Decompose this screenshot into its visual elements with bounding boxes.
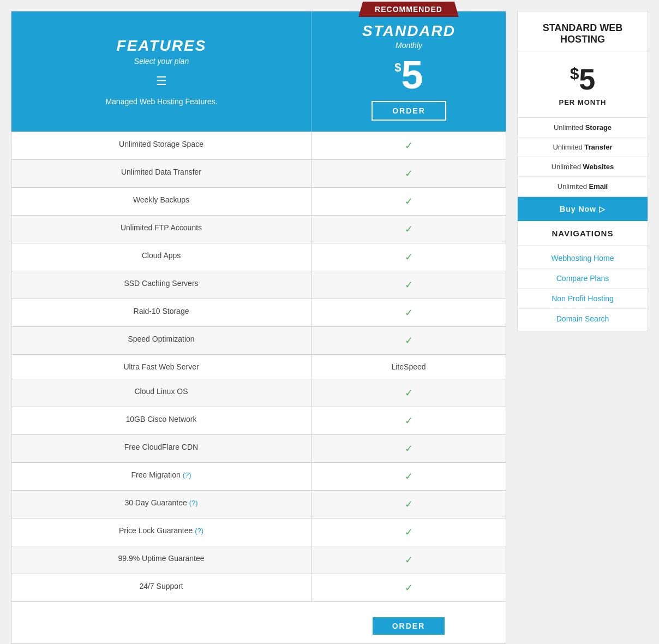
recommended-badge-container: RECOMMENDED xyxy=(311,2,506,17)
table-row: 99.9% Uptime Guarantee ✓ xyxy=(11,546,506,574)
sidebar-price-amount: 5 xyxy=(579,63,595,96)
feature-value: ✓ xyxy=(311,299,506,326)
feature-label: Speed Optimization xyxy=(11,327,311,354)
sidebar-feature-item: Unlimited Websites xyxy=(518,157,648,177)
header-features: FEATURES Select your plan ☰ Managed Web … xyxy=(11,11,311,132)
feature-label: 99.9% Uptime Guarantee xyxy=(11,546,311,574)
feature-label: Unlimited Data Transfer xyxy=(11,160,311,187)
header-standard: STANDARD Monthly $ 5 ORDER xyxy=(311,11,506,132)
sidebar-nav-item[interactable]: Compare Plans xyxy=(518,269,648,289)
last-row: ORDER xyxy=(11,601,506,643)
check-icon: ✓ xyxy=(405,140,413,151)
feature-value: ✓ xyxy=(311,463,506,490)
tooltip-link[interactable]: (?) xyxy=(183,471,191,479)
table-row: Unlimited Data Transfer ✓ xyxy=(11,159,506,187)
check-icon: ✓ xyxy=(405,196,413,207)
table-row: 10GB Cisco Network ✓ xyxy=(11,407,506,434)
features-title: FEATURES xyxy=(117,37,207,55)
features-icon: ☰ xyxy=(156,74,167,88)
feature-label: Raid-10 Storage xyxy=(11,299,311,326)
table-row: Free CloudFlare CDN ✓ xyxy=(11,434,506,462)
feature-label: 30 Day Guarantee (?) xyxy=(11,491,311,518)
feature-rows-container: Unlimited Storage Space ✓ Unlimited Data… xyxy=(11,132,506,601)
feature-text-value: LiteSpeed xyxy=(391,362,426,371)
table-row: Unlimited Storage Space ✓ xyxy=(11,132,506,159)
sidebar-nav-title: NAVIGATIONS xyxy=(518,221,648,246)
price-amount: 5 xyxy=(402,55,423,94)
feature-label: Unlimited Storage Space xyxy=(11,132,311,159)
recommended-badge: RECOMMENDED xyxy=(358,2,459,17)
table-row: 30 Day Guarantee (?) ✓ xyxy=(11,490,506,518)
feature-value: ✓ xyxy=(311,271,506,299)
table-row: Price Lock Guarantee (?) ✓ xyxy=(11,518,506,546)
sidebar-feature-item: Unlimited Transfer xyxy=(518,138,648,157)
check-icon: ✓ xyxy=(405,387,413,398)
check-icon: ✓ xyxy=(405,443,413,454)
last-row-value-cell: ORDER xyxy=(311,602,506,643)
feature-value: ✓ xyxy=(311,518,506,546)
table-header: FEATURES Select your plan ☰ Managed Web … xyxy=(11,11,506,132)
sidebar-per-month: PER MONTH xyxy=(529,98,637,106)
tooltip-link[interactable]: (?) xyxy=(189,499,198,507)
feature-value: ✓ xyxy=(311,243,506,271)
check-icon: ✓ xyxy=(405,224,413,235)
feature-value: ✓ xyxy=(311,132,506,159)
sidebar-feature-item: Unlimited Email xyxy=(518,177,648,196)
sidebar-feature-bold: Storage xyxy=(585,123,612,132)
check-icon: ✓ xyxy=(405,415,413,426)
feature-label: Free CloudFlare CDN xyxy=(11,435,311,462)
feature-value: ✓ xyxy=(311,574,506,601)
features-desc: Managed Web Hosting Features. xyxy=(105,97,217,106)
last-row-features-cell xyxy=(11,602,311,643)
standard-period: Monthly xyxy=(396,41,422,50)
tooltip-link[interactable]: (?) xyxy=(195,527,203,535)
feature-value: ✓ xyxy=(311,435,506,462)
feature-label: SSD Caching Servers xyxy=(11,271,311,299)
feature-label: Weekly Backups xyxy=(11,188,311,215)
table-row: Unlimited FTP Accounts ✓ xyxy=(11,215,506,243)
order-button-top[interactable]: ORDER xyxy=(372,101,446,121)
table-row: Ultra Fast Web Server LiteSpeed xyxy=(11,354,506,379)
table-row: SSD Caching Servers ✓ xyxy=(11,271,506,299)
table-row: Cloud Apps ✓ xyxy=(11,243,506,271)
sidebar-buy-button[interactable]: Buy Now ▷ xyxy=(518,197,648,221)
price-symbol: $ xyxy=(394,61,401,75)
check-icon: ✓ xyxy=(405,279,413,290)
main-table: RECOMMENDED FEATURES Select your plan ☰ … xyxy=(11,11,506,644)
feature-value: ✓ xyxy=(311,407,506,434)
feature-value: ✓ xyxy=(311,491,506,518)
check-icon: ✓ xyxy=(405,168,413,179)
check-icon: ✓ xyxy=(405,252,413,263)
feature-label: 24/7 Support xyxy=(11,574,311,601)
sidebar-feature-bold: Websites xyxy=(583,163,614,171)
feature-label: 10GB Cisco Network xyxy=(11,407,311,434)
sidebar-nav-item[interactable]: Domain Search xyxy=(518,309,648,329)
check-icon: ✓ xyxy=(405,582,413,593)
table-row: 24/7 Support ✓ xyxy=(11,574,506,601)
feature-label: Free Migration (?) xyxy=(11,463,311,490)
feature-label: Unlimited FTP Accounts xyxy=(11,216,311,243)
sidebar-nav-item[interactable]: Non Profit Hosting xyxy=(518,289,648,309)
check-icon: ✓ xyxy=(405,499,413,510)
feature-label: Price Lock Guarantee (?) xyxy=(11,518,311,546)
feature-value: ✓ xyxy=(311,160,506,187)
table-row: Free Migration (?) ✓ xyxy=(11,462,506,490)
sidebar-feature-bold: Email xyxy=(589,182,608,190)
sidebar-feature-bold: Transfer xyxy=(584,143,612,151)
table-row: Raid-10 Storage ✓ xyxy=(11,299,506,326)
sidebar-nav-item[interactable]: Webhosting Home xyxy=(518,248,648,269)
feature-value: LiteSpeed xyxy=(311,355,506,379)
feature-label: Cloud Apps xyxy=(11,243,311,271)
feature-value: ✓ xyxy=(311,327,506,354)
feature-value: ✓ xyxy=(311,546,506,574)
sidebar: STANDARD WEB HOSTING $5 PER MONTH Unlimi… xyxy=(517,11,648,331)
check-icon: ✓ xyxy=(405,335,413,346)
sidebar-price-symbol: $ xyxy=(570,64,579,82)
sidebar-price-box: $5 PER MONTH xyxy=(518,51,648,118)
standard-title: STANDARD xyxy=(362,22,456,40)
check-icon: ✓ xyxy=(405,471,413,482)
feature-value: ✓ xyxy=(311,379,506,407)
table-row: Speed Optimization ✓ xyxy=(11,326,506,354)
table-row: Cloud Linux OS ✓ xyxy=(11,379,506,407)
order-button-bottom[interactable]: ORDER xyxy=(372,616,446,636)
